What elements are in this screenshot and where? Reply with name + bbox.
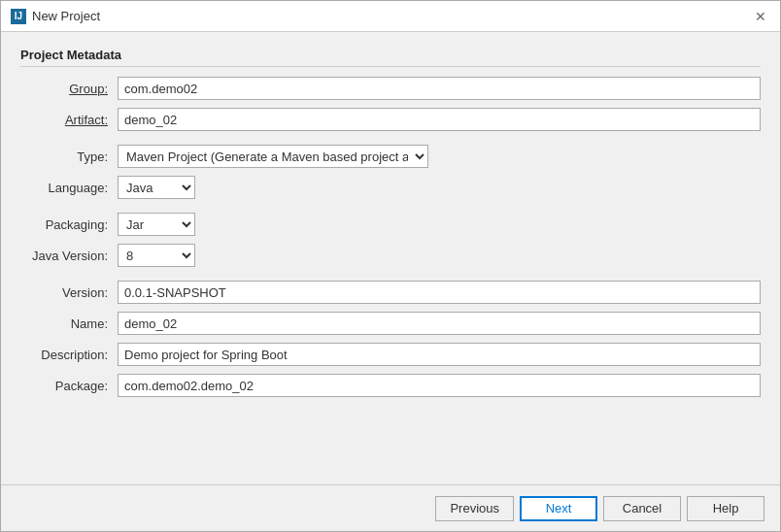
type-label: Type: <box>20 150 118 164</box>
group-input-wrapper <box>118 77 761 100</box>
description-label: Description: <box>20 348 118 362</box>
name-input[interactable] <box>118 312 761 335</box>
java-version-select[interactable]: 8 11 17 <box>118 244 195 267</box>
java-version-label: Java Version: <box>20 249 118 263</box>
type-select[interactable]: Maven Project (Generate a Maven based pr… <box>118 145 428 168</box>
new-project-dialog: IJ New Project ✕ Project Metadata Group:… <box>0 0 781 532</box>
next-button[interactable]: Next <box>520 496 597 521</box>
dialog-content: Project Metadata Group: Artifact: Type: … <box>1 32 780 484</box>
java-version-row: Java Version: 8 11 17 <box>20 244 761 267</box>
artifact-input-wrapper <box>118 108 761 131</box>
cancel-button[interactable]: Cancel <box>603 496 681 521</box>
language-row: Language: Java Kotlin Groovy <box>20 176 761 199</box>
section-title: Project Metadata <box>20 48 761 67</box>
packaging-label: Packaging: <box>20 217 118 232</box>
title-bar-left: IJ New Project <box>11 9 100 24</box>
previous-button[interactable]: Previous <box>435 496 514 521</box>
type-row: Type: Maven Project (Generate a Maven ba… <box>20 145 761 168</box>
help-button[interactable]: Help <box>687 496 764 521</box>
dialog-footer: Previous Next Cancel Help <box>1 484 780 531</box>
artifact-input[interactable] <box>118 108 761 131</box>
artifact-label: Artifact: <box>20 113 118 127</box>
version-label: Version: <box>20 285 118 300</box>
name-label: Name: <box>20 316 118 331</box>
description-row: Description: <box>20 343 761 366</box>
packaging-row: Packaging: Jar War <box>20 213 761 236</box>
title-bar: IJ New Project ✕ <box>1 1 780 32</box>
group-row: Group: <box>20 77 761 100</box>
description-input[interactable] <box>118 343 761 366</box>
packaging-select[interactable]: Jar War <box>118 213 195 236</box>
version-row: Version: <box>20 281 761 304</box>
close-button[interactable]: ✕ <box>751 7 770 26</box>
language-select[interactable]: Java Kotlin Groovy <box>118 176 195 199</box>
app-icon: IJ <box>11 9 26 24</box>
package-row: Package: <box>20 374 761 397</box>
name-row: Name: <box>20 312 761 335</box>
package-label: Package: <box>20 379 118 393</box>
language-label: Language: <box>20 181 118 195</box>
package-input[interactable] <box>118 374 761 397</box>
version-input[interactable] <box>118 281 761 304</box>
dialog-title: New Project <box>32 9 100 23</box>
artifact-row: Artifact: <box>20 108 761 131</box>
group-input[interactable] <box>118 77 761 100</box>
group-label: Group: <box>20 82 118 96</box>
